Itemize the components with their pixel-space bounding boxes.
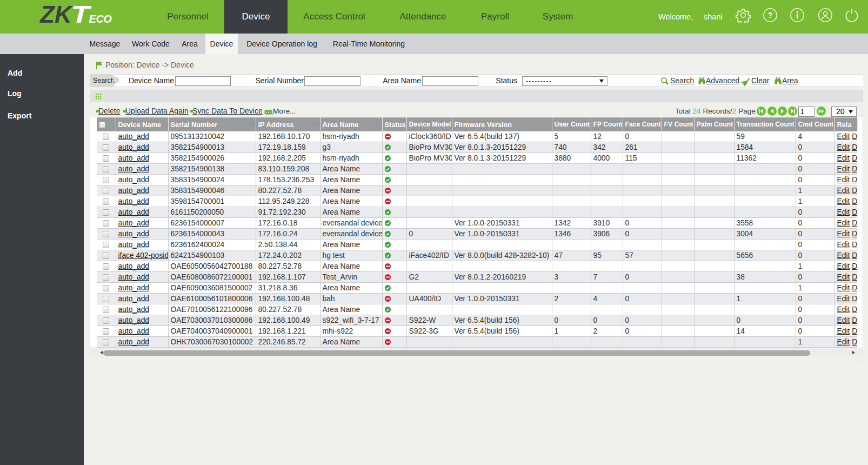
svg-text:?: ? <box>768 11 773 19</box>
